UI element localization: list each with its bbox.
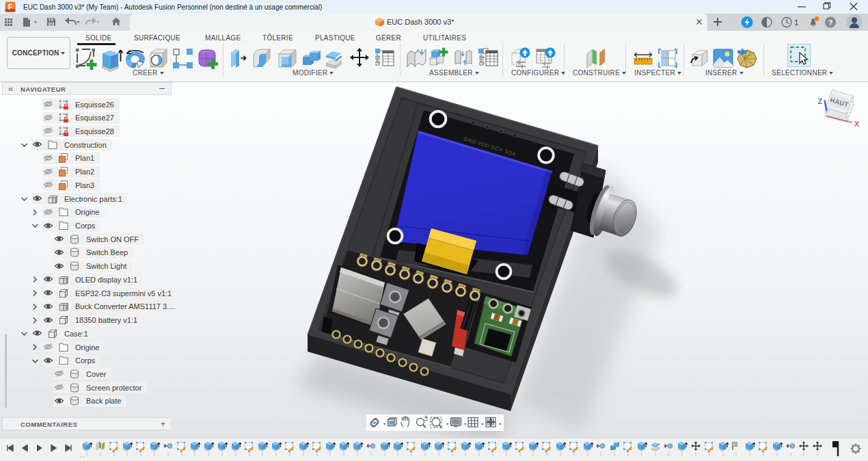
svg-text:?: ? [828, 18, 833, 27]
svg-text:1: 1 [794, 18, 798, 27]
svg-text:X: X [854, 120, 859, 128]
svg-text:Z: Z [818, 97, 823, 105]
svg-text:F: F [8, 3, 13, 11]
